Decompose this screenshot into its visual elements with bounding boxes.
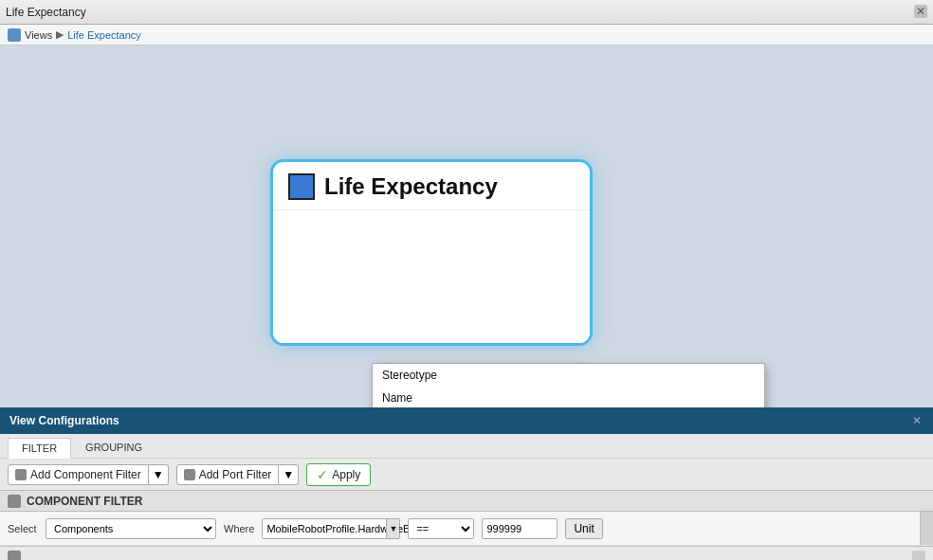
tab-filter[interactable]: FILTER	[8, 438, 71, 459]
status-icon	[8, 551, 21, 561]
home-icon	[8, 28, 21, 42]
diagram-card-body	[273, 210, 590, 343]
status-bar	[0, 546, 933, 560]
section-header: COMPONENT FILTER	[0, 491, 933, 512]
close-icon: ✕	[912, 414, 922, 427]
field-selector[interactable]: MobileRobotProfile.HardwareBaseSte.... ▼	[262, 518, 400, 539]
breadcrumb-current[interactable]: Life Expectancy	[67, 29, 141, 41]
add-component-filter-label: Add Component Filter	[30, 468, 141, 481]
add-component-filter-dropdown-button[interactable]: ▼	[149, 464, 169, 485]
tab-grouping[interactable]: GROUPING	[71, 437, 156, 458]
select-label: Select	[8, 523, 38, 534]
toolbar: Add Component Filter ▼ Add Port Filter ▼…	[0, 459, 933, 491]
scroll-right-button[interactable]	[912, 551, 925, 561]
apply-button[interactable]: ✓ Apply	[306, 463, 371, 486]
add-component-icon	[15, 469, 27, 480]
filter-section-icon	[8, 495, 21, 508]
diagram-card-icon	[288, 173, 315, 200]
view-config-header: View Configurations ✕	[0, 407, 933, 434]
field-dropdown-arrow[interactable]: ▼	[386, 519, 399, 538]
close-window-button[interactable]: ✕	[914, 5, 927, 18]
check-icon: ✓	[317, 467, 328, 482]
breadcrumb-arrow: ▶	[56, 28, 64, 41]
dropdown-item[interactable]: Name	[373, 387, 764, 407]
dropdown-popup: StereotypeNameMobileRobotProfile.Hardwar…	[372, 363, 765, 407]
unit-button[interactable]: Unit	[565, 518, 602, 539]
scrollbar-right[interactable]	[920, 512, 933, 545]
add-port-filter-label: Add Port Filter	[199, 468, 272, 481]
tab-bar: FILTERGROUPING	[0, 434, 933, 459]
chevron-down-icon: ▼	[283, 468, 294, 481]
chevron-down-icon: ▼	[153, 468, 164, 481]
add-port-icon	[184, 469, 195, 480]
diagram-card: Life Expectancy	[270, 159, 593, 346]
component-filter-label: COMPONENT FILTER	[27, 495, 142, 508]
diagram-card-header: Life Expectancy	[273, 162, 590, 210]
title-bar-text: Life Expectancy	[6, 6, 86, 19]
diagram-card-title: Life Expectancy	[324, 173, 498, 200]
value-input[interactable]	[482, 518, 558, 539]
bottom-panel: View Configurations ✕ FILTERGROUPING Add…	[0, 407, 933, 560]
title-bar: Life Expectancy ✕	[0, 0, 933, 25]
breadcrumb-bar: Views ▶ Life Expectancy	[0, 25, 933, 45]
field-value: MobileRobotProfile.HardwareBaseSte....	[263, 523, 386, 534]
add-port-filter-button[interactable]: Add Port Filter	[176, 464, 280, 485]
view-config-title: View Configurations	[9, 414, 119, 427]
where-label: Where	[224, 523, 254, 534]
unit-label: Unit	[574, 522, 594, 535]
add-component-filter-button[interactable]: Add Component Filter	[8, 464, 149, 485]
canvas-area: Life Expectancy StereotypeNameMobileRobo…	[0, 45, 933, 407]
close-icon: ✕	[916, 5, 925, 18]
view-config-close-button[interactable]: ✕	[910, 414, 924, 427]
filter-row: Select Components Where MobileRobotProfi…	[0, 512, 933, 546]
add-port-filter-dropdown-button[interactable]: ▼	[279, 464, 299, 485]
breadcrumb-views: Views	[25, 29, 52, 41]
dropdown-item[interactable]: Stereotype	[373, 364, 764, 387]
components-select[interactable]: Components	[46, 518, 216, 539]
operator-select[interactable]: ==	[408, 518, 474, 539]
apply-label: Apply	[332, 468, 360, 481]
